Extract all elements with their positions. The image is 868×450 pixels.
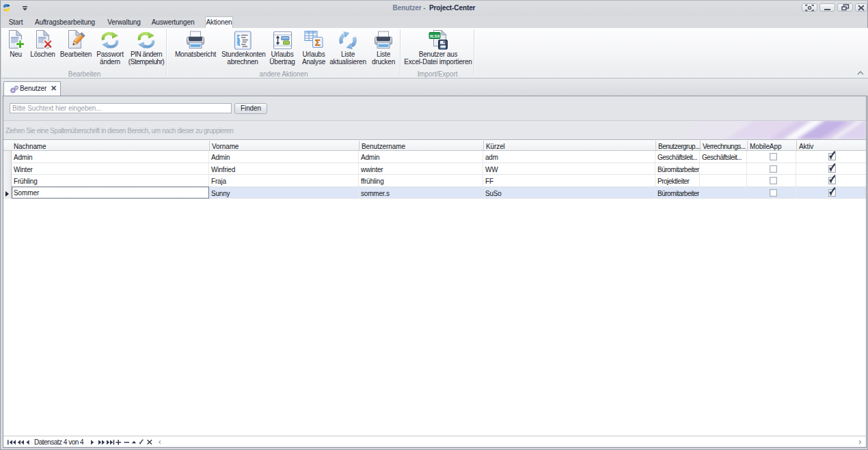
svg-text:XLSX: XLSX — [430, 34, 440, 38]
svg-text:Σ: Σ — [315, 38, 321, 48]
